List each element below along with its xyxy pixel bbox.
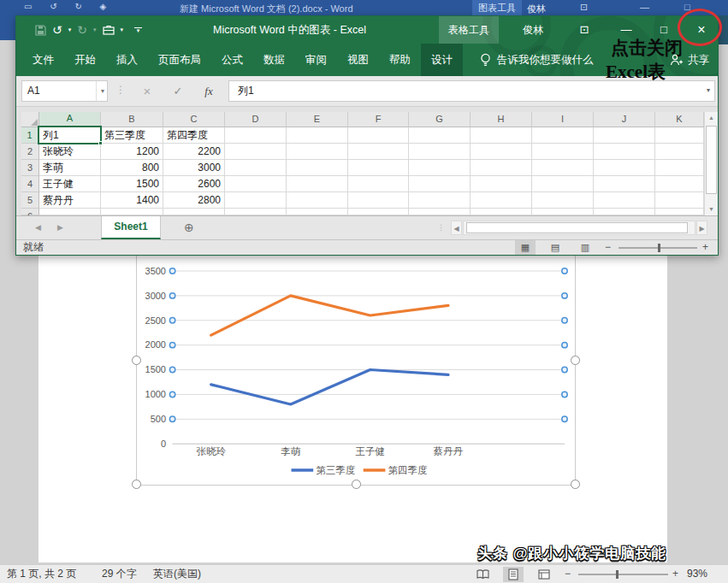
cell-B2[interactable]: 1200 [101, 144, 163, 160]
redo-icon[interactable]: ↻ [77, 24, 87, 36]
language-status[interactable]: 英语(美国) [153, 565, 201, 583]
column-header-J[interactable]: J [594, 112, 655, 127]
column-header-K[interactable]: K [655, 112, 704, 127]
name-box-dropdown-icon[interactable]: ▾ [96, 81, 104, 101]
web-layout-icon[interactable] [534, 567, 554, 582]
cell-E1[interactable] [287, 127, 348, 144]
word-ribbon-display-icon[interactable]: ⊡ [580, 2, 588, 13]
gridline-endpoint-handle[interactable] [562, 392, 567, 397]
cell-C5[interactable]: 2800 [163, 192, 225, 209]
horizontal-scroll-thumb[interactable] [466, 222, 688, 233]
cell-E4[interactable] [287, 176, 348, 192]
ribbon-tab-设计[interactable]: 设计 [421, 44, 463, 76]
word-zoom-out-icon[interactable]: − [565, 565, 571, 583]
cell-D3[interactable] [225, 160, 287, 176]
cell-C3[interactable]: 3000 [163, 160, 225, 176]
cell-K3[interactable] [655, 160, 704, 176]
chart-handle-bottom-left[interactable] [132, 480, 141, 489]
cell-D6[interactable] [225, 209, 287, 215]
y-axis-tick-label[interactable]: 3500 [145, 266, 166, 276]
chart-handle-mid-right[interactable] [571, 356, 580, 365]
cell-G1[interactable] [409, 127, 471, 144]
cell-C2[interactable]: 2200 [163, 144, 225, 160]
gridline-endpoint-handle[interactable] [169, 367, 175, 372]
y-axis-tick-label[interactable]: 1000 [145, 389, 166, 399]
cell-K5[interactable] [655, 192, 704, 209]
ribbon-tab-视图[interactable]: 视图 [337, 44, 379, 76]
y-axis-tick-label[interactable]: 0 [161, 439, 166, 449]
series-line-第三季度[interactable] [211, 370, 448, 405]
gridline-endpoint-handle[interactable] [169, 342, 175, 347]
x-axis-category-label[interactable]: 王子健 [355, 446, 385, 456]
column-header-F[interactable]: F [348, 112, 409, 127]
cell-G3[interactable] [409, 160, 471, 176]
page-layout-view-icon[interactable]: ▤ [545, 240, 565, 255]
excel-zoom-in-icon[interactable]: + [702, 240, 708, 254]
cell-J3[interactable] [594, 160, 655, 176]
cell-I1[interactable] [532, 127, 594, 144]
cell-E5[interactable] [287, 192, 348, 209]
cell-J5[interactable] [594, 192, 655, 209]
cell-E2[interactable] [287, 144, 348, 160]
name-box[interactable]: A1▾ [21, 80, 108, 102]
y-axis-tick-label[interactable]: 1500 [145, 364, 166, 374]
row-header-3[interactable]: 3 [21, 160, 39, 176]
scroll-up-icon[interactable]: ▲ [705, 112, 718, 124]
ribbon-tab-开始[interactable]: 开始 [64, 44, 106, 76]
column-header-G[interactable]: G [409, 112, 471, 127]
gridline-endpoint-handle[interactable] [169, 416, 175, 421]
chart-handle-bottom-center[interactable] [352, 480, 361, 489]
ribbon-display-options-icon[interactable]: ⊡ [574, 16, 595, 44]
cell-A2[interactable]: 张晓玲 [39, 144, 101, 160]
row-header-1[interactable]: 1 [21, 127, 39, 144]
cell-A6[interactable] [39, 209, 101, 215]
cell-C1[interactable]: 第四季度 [163, 127, 225, 144]
y-axis-tick-label[interactable]: 500 [151, 414, 166, 424]
sheet-tab-sheet1[interactable]: Sheet1 [101, 216, 161, 239]
save-icon[interactable] [35, 25, 46, 36]
x-axis-category-label[interactable]: 蔡丹丹 [434, 446, 464, 456]
worksheet-grid[interactable]: ABCDEFGHIJK1列1第三季度第四季度2张晓玲120022003李萌800… [21, 112, 704, 215]
word-quick-access-icons[interactable]: ▭ ↺ ↻ ◈ [24, 2, 114, 11]
column-header-I[interactable]: I [532, 112, 594, 127]
cell-F3[interactable] [348, 160, 409, 176]
cell-I2[interactable] [532, 144, 594, 160]
scroll-left-icon[interactable]: ◀ [451, 221, 462, 235]
gridline-endpoint-handle[interactable] [562, 268, 567, 274]
cell-E3[interactable] [287, 160, 348, 176]
cell-I6[interactable] [532, 209, 594, 215]
vertical-scrollbar[interactable]: ▲ ▼ [704, 112, 718, 215]
cell-F2[interactable] [348, 144, 409, 160]
gridline-endpoint-handle[interactable] [562, 342, 567, 347]
cell-K2[interactable] [655, 144, 704, 160]
row-header-2[interactable]: 2 [21, 144, 39, 160]
gridline-endpoint-handle[interactable] [562, 293, 567, 298]
column-header-B[interactable]: B [101, 112, 163, 127]
read-mode-icon[interactable] [472, 567, 493, 582]
cell-K1[interactable] [655, 127, 704, 144]
scroll-down-icon[interactable]: ▼ [705, 203, 718, 215]
cell-B3[interactable]: 800 [101, 160, 163, 176]
horizontal-scroll-track[interactable] [463, 221, 695, 235]
toolbox-dropdown-icon[interactable]: ▾ [121, 26, 124, 33]
fill-handle[interactable] [98, 141, 103, 145]
ribbon-tab-数据[interactable]: 数据 [253, 44, 295, 76]
page-info[interactable]: 第 1 页, 共 2 页 [7, 565, 76, 583]
gridline-endpoint-handle[interactable] [562, 318, 567, 323]
cell-F6[interactable] [348, 209, 409, 215]
row-header-4[interactable]: 4 [21, 176, 39, 192]
cell-B1[interactable]: 第三季度 [101, 127, 163, 144]
print-layout-icon[interactable] [503, 567, 524, 582]
column-header-C[interactable]: C [163, 112, 225, 127]
word-zoom-slider[interactable] [578, 574, 668, 575]
formula-cancel-button[interactable]: × [136, 80, 158, 102]
cell-A3[interactable]: 李萌 [39, 160, 101, 176]
column-header-H[interactable]: H [471, 112, 532, 127]
undo-dropdown-icon[interactable]: ▾ [68, 26, 72, 33]
cell-B5[interactable]: 1400 [101, 192, 163, 209]
row-header-5[interactable]: 5 [21, 192, 39, 209]
tell-me-label[interactable]: 告诉我你想要做什么 [497, 44, 594, 76]
ribbon-tab-审阅[interactable]: 审阅 [295, 44, 337, 76]
y-axis-tick-label[interactable]: 2500 [145, 315, 166, 326]
tell-me-box[interactable]: 告诉我你想要做什么 [480, 44, 594, 76]
